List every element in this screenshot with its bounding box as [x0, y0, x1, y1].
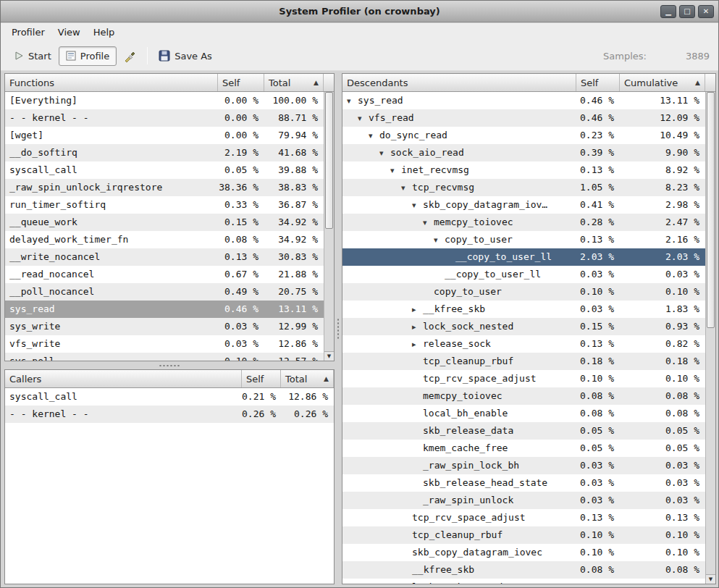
- table-row[interactable]: __write_nocancel0.13 %30.83 %: [5, 248, 324, 266]
- table-row[interactable]: sys_poll0.10 %12.57 %: [5, 353, 324, 361]
- tree-expander-icon[interactable]: ▾: [347, 93, 358, 109]
- table-row[interactable]: skb_release_head_state0.03 %0.03 %: [342, 474, 705, 492]
- function-name: __queue_work: [5, 214, 218, 231]
- table-row[interactable]: ▸lock_sock_nested0.15 %0.93 %: [342, 318, 705, 335]
- table-row[interactable]: _raw_spin_lock_bh0.03 %0.03 %: [342, 457, 705, 474]
- save-as-button[interactable]: Save As: [151, 46, 219, 66]
- column-header-self[interactable]: Self: [242, 370, 281, 387]
- tree-expander-icon[interactable]: ▸: [412, 319, 423, 335]
- table-row[interactable]: local_bh_enable0.08 %0.08 %: [342, 405, 705, 422]
- splitter-grip-icon: [337, 318, 340, 340]
- horizontal-splitter[interactable]: [4, 361, 335, 369]
- column-header-total[interactable]: Total ▲: [281, 370, 334, 387]
- table-row[interactable]: ▸release_sock0.13 %0.82 %: [342, 335, 705, 353]
- tree-expander-icon[interactable]: ▾: [423, 214, 434, 231]
- table-row[interactable]: ▾sock_aio_read0.39 %9.90 %: [342, 144, 705, 161]
- table-row[interactable]: kmem_cache_free0.05 %0.05 %: [342, 440, 705, 457]
- tree-expander-icon[interactable]: ▾: [412, 197, 423, 214]
- menu-profiler[interactable]: Profiler: [5, 25, 51, 40]
- column-header-label: Self: [246, 374, 264, 385]
- column-header-self[interactable]: Self: [218, 74, 264, 91]
- column-header-callers[interactable]: Callers: [5, 370, 242, 387]
- sort-arrow-icon: ▲: [318, 375, 329, 382]
- table-row[interactable]: tcp_cleanup_rbuf0.18 %0.18 %: [342, 353, 705, 370]
- column-header-functions[interactable]: Functions: [5, 74, 218, 91]
- tree-expander-icon[interactable]: ▾: [369, 127, 379, 144]
- table-row[interactable]: __queue_work0.15 %34.92 %: [5, 214, 324, 231]
- scroll-down-button[interactable]: ▼: [706, 574, 715, 584]
- function-name: __copy_to_user_ll: [342, 266, 576, 283]
- cumulative-percent: 0.10 %: [620, 526, 705, 544]
- table-row[interactable]: ▸__kfree_skb0.03 %1.83 %: [342, 301, 705, 318]
- table-row[interactable]: ▾tcp_recvmsg1.05 %8.23 %: [342, 179, 705, 196]
- titlebar[interactable]: System Profiler (on crownbay) ▁ □ ✕: [1, 1, 718, 22]
- profile-button[interactable]: Profile: [59, 46, 117, 66]
- table-row[interactable]: - - kernel - -0.00 %88.71 %: [5, 109, 324, 127]
- table-row[interactable]: - - kernel - -0.26 %0.26 %: [5, 406, 334, 423]
- table-row[interactable]: [wget]0.00 %79.94 %: [5, 127, 324, 144]
- tree-expander-icon[interactable]: ▸: [412, 336, 423, 353]
- tree-expander-icon[interactable]: ▸: [412, 301, 423, 318]
- table-row[interactable]: tcp_cleanup_rbuf0.10 %0.10 %: [342, 526, 705, 544]
- column-header-descendants[interactable]: Descendants: [342, 74, 576, 91]
- table-row[interactable]: vfs_write0.03 %12.86 %: [5, 335, 324, 353]
- table-row[interactable]: run_timer_softirq0.33 %36.87 %: [5, 196, 324, 214]
- table-row[interactable]: __copy_to_user_ll0.03 %0.03 %: [342, 266, 705, 283]
- tree-expander-icon[interactable]: ▾: [401, 180, 412, 196]
- function-name: memcpy_toiovec: [342, 387, 576, 405]
- table-row[interactable]: sys_write0.03 %12.99 %: [5, 318, 324, 335]
- minimize-button[interactable]: ▁: [660, 5, 676, 18]
- start-button[interactable]: Start: [7, 46, 59, 66]
- table-row[interactable]: lock_sock_nested0.05 %0.05 %: [342, 579, 705, 584]
- table-row[interactable]: skb_release_data0.05 %0.05 %: [342, 422, 705, 440]
- column-header-cumulative[interactable]: Cumulative ▲: [620, 74, 705, 91]
- table-row[interactable]: __copy_to_user_ll2.03 %2.03 %: [342, 248, 705, 266]
- table-row[interactable]: tcp_rcv_space_adjust0.10 %0.10 %: [342, 370, 705, 387]
- scrollbar-thumb[interactable]: [707, 92, 715, 328]
- column-header-total[interactable]: Total ▲: [264, 74, 324, 91]
- functions-scrollbar[interactable]: ▼: [324, 92, 334, 361]
- table-row[interactable]: __kfree_skb0.08 %0.08 %: [342, 561, 705, 579]
- tree-expander-icon[interactable]: ▾: [358, 110, 369, 127]
- function-name: ▾do_sync_read: [342, 127, 576, 144]
- table-row[interactable]: sys_read0.46 %13.11 %: [5, 301, 324, 318]
- table-row[interactable]: ▾sys_read0.46 %13.11 %: [342, 92, 705, 109]
- cumulative-percent: 8.23 %: [620, 179, 705, 196]
- menu-help[interactable]: Help: [87, 25, 122, 40]
- vertical-splitter[interactable]: [335, 73, 342, 584]
- table-row[interactable]: __read_nocancel0.67 %21.88 %: [5, 266, 324, 283]
- table-row[interactable]: [Everything]0.00 %100.00 %: [5, 92, 324, 109]
- table-row[interactable]: copy_to_user0.10 %0.10 %: [342, 283, 705, 301]
- table-row[interactable]: _raw_spin_unlock0.03 %0.03 %: [342, 492, 705, 509]
- table-row[interactable]: tcp_rcv_space_adjust0.13 %0.13 %: [342, 509, 705, 526]
- brush-icon: [124, 50, 136, 62]
- table-row[interactable]: ▾memcpy_toiovec0.28 %2.47 %: [342, 214, 705, 231]
- descendants-scrollbar[interactable]: ▼: [705, 92, 715, 584]
- self-percent: 0.41 %: [576, 196, 620, 214]
- tree-expander-icon[interactable]: ▾: [379, 145, 390, 161]
- maximize-button[interactable]: □: [679, 5, 695, 18]
- scrollbar-thumb[interactable]: [325, 92, 333, 229]
- table-row[interactable]: ▾inet_recvmsg0.13 %8.92 %: [342, 161, 705, 179]
- table-row[interactable]: ▾skb_copy_datagram_iov…0.41 %2.98 %: [342, 196, 705, 214]
- table-row[interactable]: memcpy_toiovec0.08 %0.08 %: [342, 387, 705, 405]
- toolbar: Start Profile: [1, 41, 718, 71]
- reset-button[interactable]: [117, 46, 143, 67]
- tree-expander-icon[interactable]: ▾: [434, 232, 445, 248]
- table-row[interactable]: skb_copy_datagram_iovec0.10 %0.10 %: [342, 544, 705, 561]
- tree-expander-icon[interactable]: ▾: [390, 162, 401, 179]
- table-row[interactable]: syscall_call0.05 %39.88 %: [5, 161, 324, 179]
- table-row[interactable]: syscall_call0.21 %12.86 %: [5, 388, 334, 406]
- table-row[interactable]: delayed_work_timer_fn0.08 %34.92 %: [5, 231, 324, 248]
- menu-view[interactable]: View: [51, 25, 87, 40]
- table-row[interactable]: ▾copy_to_user0.13 %2.16 %: [342, 231, 705, 248]
- scroll-down-button[interactable]: ▼: [324, 351, 334, 361]
- descendants-header: Descendants Self Cumulative ▲: [342, 74, 715, 92]
- table-row[interactable]: ▾vfs_read0.46 %12.09 %: [342, 109, 705, 127]
- table-row[interactable]: __poll_nocancel0.49 %20.75 %: [5, 283, 324, 301]
- table-row[interactable]: ▾do_sync_read0.23 %10.49 %: [342, 127, 705, 144]
- table-row[interactable]: _raw_spin_unlock_irqrestore38.36 %38.83 …: [5, 179, 324, 196]
- close-button[interactable]: ✕: [698, 5, 714, 18]
- table-row[interactable]: __do_softirq2.19 %41.68 %: [5, 144, 324, 161]
- column-header-self[interactable]: Self: [576, 74, 620, 91]
